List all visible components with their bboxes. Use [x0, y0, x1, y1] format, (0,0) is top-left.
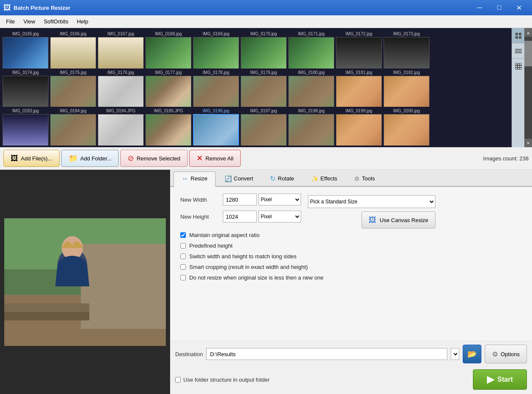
folder-structure-checkbox[interactable] — [175, 377, 181, 383]
thumb-IMG_0178[interactable]: IMG_0178.jpg — [193, 69, 239, 107]
tab-rotate[interactable]: ↻ Rotate — [262, 171, 302, 186]
thumb-IMG_0199[interactable]: IMG_0199.jpg — [336, 108, 382, 146]
height-unit-select[interactable]: Pixel Percent Inch cm — [259, 211, 301, 223]
thumb-IMG_0200[interactable]: IMG_0200.jpg — [384, 108, 430, 146]
thumb-IMG_0179[interactable]: IMG_0179.jpg — [241, 69, 287, 107]
thumb-IMG_0183[interactable]: IMG_0183.jpg — [3, 108, 48, 146]
standard-size-select[interactable]: Pick a Standard Size — [308, 195, 435, 208]
add-folder-button[interactable]: 📁 Add Folder... — [61, 150, 119, 167]
thumb-IMG_0165[interactable]: IMG_0165.jpg — [3, 31, 48, 69]
scroll-up-button[interactable]: ▲ — [524, 28, 532, 37]
width-input[interactable] — [223, 194, 257, 206]
start-button[interactable]: ▶ Start — [473, 369, 527, 390]
menu-file[interactable]: File — [2, 17, 19, 26]
image-strip: IMG_0165.jpg IMG_0166.jpg IMG_0167.jpg I… — [0, 28, 532, 147]
strip-row-1: IMG_0165.jpg IMG_0166.jpg IMG_0167.jpg I… — [0, 30, 532, 69]
menu-bar: File View SoftOrbits Help — [0, 15, 532, 28]
maximize-button[interactable]: □ — [489, 0, 509, 15]
title-bar: 🖼 Batch Picture Resizer ─ □ ✕ — [0, 0, 532, 15]
options-gear-icon: ⚙ — [492, 350, 498, 358]
convert-tab-icon: 🔄 — [225, 175, 232, 182]
smart-crop-checkbox[interactable] — [180, 264, 186, 270]
tabs-bar: ↔ Resize 🔄 Convert ↻ Rotate ✨ Effects ⚙ — [170, 170, 532, 187]
predefined-height-row: Predefined height — [180, 243, 522, 249]
menu-view[interactable]: View — [19, 17, 40, 26]
thumb-IMG_0198[interactable]: IMG_0198.jpg — [288, 108, 334, 146]
svg-rect-3 — [519, 36, 521, 39]
toolbar: 🖼 Add File(s)... 📁 Add Folder... ⊘ Remov… — [0, 147, 532, 170]
thumb-IMG_0197[interactable]: IMG_0197.jpg — [241, 108, 287, 146]
menu-softorbits[interactable]: SoftOrbits — [40, 17, 73, 26]
menu-help[interactable]: Help — [73, 17, 93, 26]
svg-rect-20 — [4, 303, 89, 312]
switch-wh-checkbox[interactable] — [180, 254, 186, 259]
thumb-IMG_0167[interactable]: IMG_0167.jpg — [98, 31, 144, 69]
svg-rect-2 — [515, 36, 518, 39]
width-unit-select[interactable]: Pixel Percent Inch cm — [259, 194, 301, 206]
new-height-label: New Height — [180, 214, 223, 220]
images-count: Images count: 238 — [483, 155, 529, 162]
destination-dropdown[interactable]: ▼ — [451, 348, 459, 360]
remove-all-icon: ✕ — [196, 154, 203, 163]
grid-view-button[interactable] — [512, 59, 524, 74]
destination-label: Destination — [175, 351, 203, 357]
thumb-IMG_0184[interactable]: IMG_0184.jpg — [50, 108, 96, 146]
thumb-IMG_0196[interactable]: IMG_0196.jpg — [193, 108, 239, 146]
bottom-actions: Use folder structure in output folder ▶ … — [170, 367, 532, 394]
browse-icon: 📂 — [467, 349, 477, 359]
thumb-IMG_0194[interactable]: IMG_0194.JPG — [98, 108, 144, 146]
thumb-IMG_0174[interactable]: IMG_0174.jpg — [3, 69, 48, 107]
svg-rect-19 — [81, 244, 166, 329]
thumb-IMG_0177[interactable]: IMG_0177.jpg — [145, 69, 191, 107]
remove-selected-icon: ⊘ — [128, 154, 134, 163]
svg-rect-15 — [520, 68, 522, 70]
start-icon: ▶ — [487, 374, 494, 385]
thumb-IMG_0195[interactable]: IMG_0195.JPG — [145, 108, 191, 146]
minimize-button[interactable]: ─ — [470, 0, 489, 15]
destination-input[interactable] — [206, 348, 447, 360]
resize-options-panel: New Width Pixel Percent Inch cm New Heig… — [170, 187, 532, 341]
thumb-IMG_0181[interactable]: IMG_0181.jpg — [336, 69, 382, 107]
svg-rect-13 — [515, 68, 517, 70]
new-width-label: New Width — [180, 197, 223, 203]
tab-effects[interactable]: ✨ Effects — [303, 171, 346, 186]
no-resize-checkbox[interactable] — [180, 275, 186, 280]
thumbnails-view-button[interactable] — [512, 28, 524, 43]
effects-tab-icon: ✨ — [311, 175, 319, 182]
tab-resize[interactable]: ↔ Resize — [174, 171, 216, 187]
add-files-button[interactable]: 🖼 Add File(s)... — [3, 150, 60, 167]
tab-convert[interactable]: 🔄 Convert — [216, 171, 262, 186]
remove-selected-button[interactable]: ⊘ Remove Selected — [120, 150, 188, 167]
tab-tools[interactable]: ⚙ Tools — [346, 171, 383, 186]
thumb-IMG_0176[interactable]: IMG_0176.jpg — [98, 69, 144, 107]
resize-tab-icon: ↔ — [182, 175, 188, 183]
predefined-height-checkbox[interactable] — [180, 243, 186, 248]
preview-image — [4, 218, 166, 346]
thumb-IMG_0170[interactable]: IMG_0170.jpg — [241, 31, 287, 69]
height-input[interactable] — [223, 211, 257, 223]
smart-crop-row: Smart cropping (result in exact width an… — [180, 264, 522, 270]
thumb-IMG_0180[interactable]: IMG_0180.jpg — [288, 69, 334, 107]
right-panel: ↔ Resize 🔄 Convert ↻ Rotate ✨ Effects ⚙ — [170, 170, 532, 394]
smart-crop-label: Smart cropping (result in exact width an… — [189, 264, 308, 270]
thumb-IMG_0171[interactable]: IMG_0171.jpg — [288, 31, 334, 69]
tools-tab-icon: ⚙ — [354, 175, 360, 182]
thumb-IMG_0166[interactable]: IMG_0166.jpg — [50, 31, 96, 69]
options-button[interactable]: ⚙ Options — [485, 345, 527, 363]
browse-destination-button[interactable]: 📂 — [463, 345, 481, 363]
thumb-IMG_0169[interactable]: IMG_0169.jpg — [193, 31, 239, 69]
maintain-aspect-label: Maintain original aspect ratio — [189, 232, 259, 238]
list-view-button[interactable] — [512, 43, 524, 59]
thumb-IMG_0168[interactable]: IMG_0168.jpg — [145, 31, 191, 69]
canvas-resize-icon: 🖼 — [369, 216, 376, 225]
app-icon: 🖼 — [3, 3, 11, 12]
thumb-IMG_0182[interactable]: IMG_0182.jpg — [384, 69, 430, 107]
thumb-IMG_0175[interactable]: IMG_0175.jpg — [50, 69, 96, 107]
thumb-IMG_0173[interactable]: IMG_0173.jpg — [384, 31, 430, 69]
thumb-IMG_0172[interactable]: IMG_0172.jpg — [336, 31, 382, 69]
scroll-down-button[interactable]: ▼ — [524, 139, 532, 147]
remove-all-button[interactable]: ✕ Remove All — [189, 150, 241, 167]
maintain-aspect-checkbox[interactable] — [180, 232, 186, 238]
canvas-resize-button[interactable]: 🖼 Use Canvas Resize — [361, 211, 435, 228]
close-button[interactable]: ✕ — [509, 0, 529, 15]
